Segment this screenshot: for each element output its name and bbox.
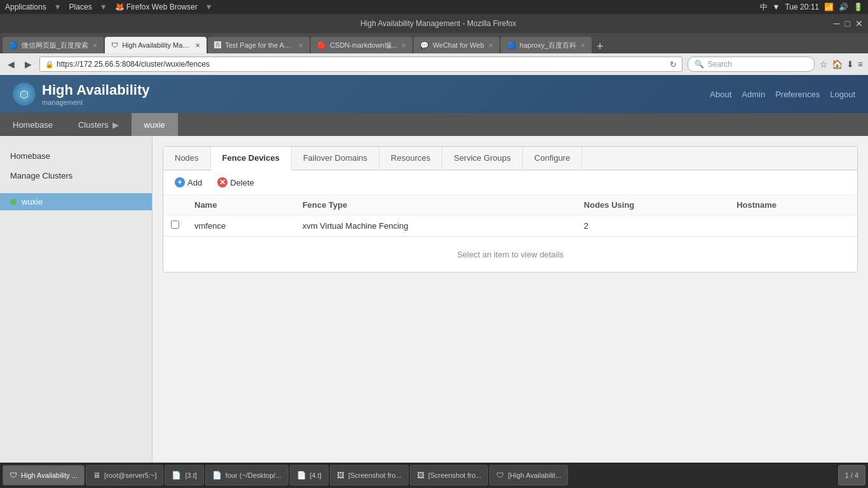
tab-haproxy[interactable]: 🔵 haproxy_百度百科 ✕ <box>501 37 592 53</box>
address-bar: ◀ ▶ 🔒 https://172.25.66.5:8084/cluster/w… <box>0 53 868 75</box>
tab-favicon: 🔵 <box>507 41 516 50</box>
taskbar-label-file3: [3.t] <box>185 471 196 479</box>
taskbar-screenshot2[interactable]: 🖼 [Screenshot fro... <box>410 465 489 485</box>
delete-icon: ✕ <box>217 177 227 187</box>
tab-nodes[interactable]: Nodes <box>163 147 211 170</box>
back-button[interactable]: ◀ <box>5 58 17 71</box>
sidebar-item-manage-clusters[interactable]: Manage Clusters <box>0 166 152 186</box>
row-checkbox-cell[interactable] <box>163 215 187 236</box>
app-subtitle: management <box>42 98 150 106</box>
tab-favicon: 🔵 <box>9 41 18 50</box>
new-tab-button[interactable]: + <box>593 40 607 53</box>
taskbar-file3[interactable]: 📄 [3.t] <box>165 465 203 485</box>
taskbar-file4[interactable]: 📄 [4.t] <box>290 465 329 485</box>
volume-icon: 🔊 <box>839 3 848 11</box>
firefox-menu[interactable]: 🦊 Firefox Web Browser <box>115 3 198 11</box>
sidebar-cluster-wuxie[interactable]: wuxie <box>0 193 152 210</box>
taskbar-screenshot1[interactable]: 🖼 [Screenshot fro... <box>330 465 409 485</box>
taskbar-pager[interactable]: 1 / 4 <box>838 465 865 485</box>
tab-panel: Nodes Fence Devices Failover Domains Res… <box>163 146 858 273</box>
logout-link[interactable]: Logout <box>830 90 855 99</box>
tab-close-icon[interactable]: ✕ <box>580 42 585 49</box>
tab-close-icon[interactable]: ✕ <box>488 42 493 49</box>
tab-close-icon[interactable]: ✕ <box>92 42 97 49</box>
url-box[interactable]: 🔒 https://172.25.66.5:8084/cluster/wuxie… <box>39 57 682 72</box>
tab-resources-label: Resources <box>391 153 430 163</box>
delete-label: Delete <box>230 178 254 187</box>
taskbar-label-terminal: [root@server5:~] <box>104 471 156 479</box>
taskbar-icon-ha: 🛡 <box>10 471 17 480</box>
preferences-link[interactable]: Preferences <box>775 90 820 99</box>
nav-homebase-label: Homebase <box>13 120 53 130</box>
taskbar-terminal[interactable]: 🖥 [root@server5:~] <box>86 465 163 485</box>
wifi-icon: 📶 <box>824 3 834 11</box>
tab-csdn[interactable]: 🔴 CSDN-markdown编... ✕ <box>311 37 412 53</box>
tab-apache[interactable]: 🅰 Test Page for the Apach... ✕ <box>208 37 309 53</box>
detail-text: Select an item to view details <box>457 250 564 259</box>
tab-weixin[interactable]: 🔵 微信网页版_百度搜索 ✕ <box>3 37 104 53</box>
taskbar: 🛡 High Availability ... 🖥 [root@server5:… <box>0 463 868 488</box>
taskbar-label-ss1: [Screenshot fro... <box>348 471 402 479</box>
tab-configure-label: Configure <box>534 153 570 163</box>
minimize-button[interactable]: ─ <box>834 18 840 29</box>
reload-icon[interactable]: ↻ <box>670 60 677 69</box>
tab-label: Test Page for the Apach... <box>225 41 294 49</box>
tab-close-icon[interactable]: ✕ <box>401 42 406 49</box>
tab-service-label: Service Groups <box>454 153 511 163</box>
table-row[interactable]: vmfence xvm Virtual Machine Fencing 2 <box>163 215 857 236</box>
browser-title: High Availability Management - Mozilla F… <box>43 19 834 28</box>
tab-bar: Nodes Fence Devices Failover Domains Res… <box>163 147 857 170</box>
taskbar-icon-four: 📄 <box>212 471 222 480</box>
taskbar-icon-ss1: 🖼 <box>337 471 344 480</box>
content-area: Nodes Fence Devices Failover Domains Res… <box>153 136 868 488</box>
maximize-button[interactable]: □ <box>845 18 850 29</box>
tab-close-icon[interactable]: ✕ <box>195 42 200 49</box>
tab-failover-domains[interactable]: Failover Domains <box>292 147 379 170</box>
taskbar-icon-file4: 📄 <box>297 471 306 480</box>
about-link[interactable]: About <box>710 90 731 99</box>
add-icon: + <box>175 177 185 187</box>
taskbar-ha2[interactable]: 🛡 [High Availabilit... <box>489 465 568 485</box>
tab-configure[interactable]: Configure <box>523 147 582 170</box>
browser-toolbar-icons: ☆ 🏠 ⬇ ≡ <box>820 59 863 69</box>
taskbar-ha[interactable]: 🛡 High Availability ... <box>3 465 85 485</box>
tab-resources[interactable]: Resources <box>379 147 442 170</box>
add-button[interactable]: + Add <box>171 175 206 189</box>
tab-close-icon[interactable]: ✕ <box>298 42 303 49</box>
tab-label: CSDN-markdown编... <box>330 41 397 50</box>
tab-fence-devices[interactable]: Fence Devices <box>211 147 292 170</box>
browser-tabs: 🔵 微信网页版_百度搜索 ✕ 🛡 High Availability Man..… <box>0 33 868 53</box>
url-text[interactable]: https://172.25.66.5:8084/cluster/wuxie/f… <box>57 60 667 69</box>
bookmark-icon[interactable]: ☆ <box>820 59 828 69</box>
nav-clusters-label: Clusters <box>78 120 109 130</box>
header-links: About Admin Preferences Logout <box>710 90 855 99</box>
input-toggle[interactable]: ▼ <box>773 3 780 11</box>
search-box[interactable]: 🔍 Search <box>688 57 815 72</box>
taskbar-label-four: four (~/Desktop/... <box>226 471 281 479</box>
row-fence-type: xvm Virtual Machine Fencing <box>295 215 576 236</box>
forward-button[interactable]: ▶ <box>22 58 34 71</box>
row-checkbox[interactable] <box>171 220 179 229</box>
tab-label: 微信网页版_百度搜索 <box>22 41 88 50</box>
lock-icon: 🔒 <box>45 60 54 69</box>
close-button[interactable]: ✕ <box>855 18 863 29</box>
delete-button[interactable]: ✕ Delete <box>214 175 258 189</box>
nav-homebase[interactable]: Homebase <box>0 113 65 136</box>
tab-wechat[interactable]: 💬 WeChat for Web ✕ <box>414 37 499 53</box>
download-icon[interactable]: ⬇ <box>846 59 854 69</box>
col-hostname: Hostname <box>729 195 857 215</box>
col-checkbox <box>163 195 187 215</box>
tab-favicon: 🅰 <box>214 41 221 49</box>
nav-clusters[interactable]: Clusters ▶ <box>65 113 132 136</box>
menu-icon[interactable]: ≡ <box>858 59 863 69</box>
tab-ha[interactable]: 🛡 High Availability Man... ✕ <box>105 37 207 53</box>
taskbar-label-file4: [4.t] <box>310 471 322 479</box>
sidebar-item-homebase[interactable]: Homebase <box>0 146 152 166</box>
home-icon[interactable]: 🏠 <box>832 59 843 69</box>
places-menu[interactable]: Places <box>69 3 92 11</box>
nav-wuxie[interactable]: wuxie <box>132 113 178 136</box>
admin-link[interactable]: Admin <box>742 90 765 99</box>
applications-menu[interactable]: Applications <box>5 3 46 11</box>
taskbar-four[interactable]: 📄 four (~/Desktop/... <box>205 465 288 485</box>
tab-service-groups[interactable]: Service Groups <box>442 147 523 170</box>
